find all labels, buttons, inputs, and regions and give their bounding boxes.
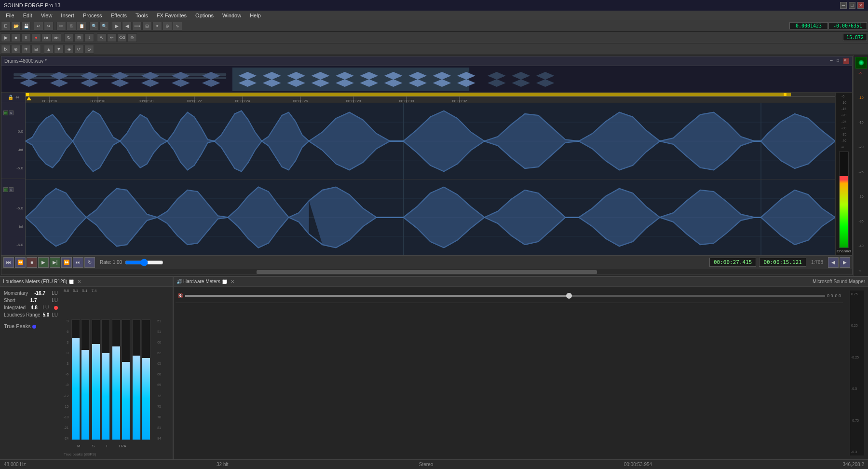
tool5[interactable]: ✦ (152, 22, 162, 30)
loudness-checkbox[interactable] (69, 279, 74, 284)
scroll-left-btn[interactable]: ◀ (828, 257, 839, 268)
misc3[interactable]: ◈ (64, 45, 74, 54)
rewind-btn[interactable]: ⏮ (41, 33, 51, 42)
h-scrollbar-thumb[interactable] (257, 270, 597, 274)
play-btn[interactable]: ▶ (1, 33, 11, 42)
track1-s-btn[interactable]: s (9, 110, 14, 115)
menu-window[interactable]: Window (218, 12, 245, 19)
misc5[interactable]: ⊙ (84, 45, 94, 54)
misc2[interactable]: ▼ (54, 45, 64, 54)
hardware-close-btn[interactable]: ✕ (229, 279, 236, 284)
prev-btn[interactable]: ⏪ (15, 257, 26, 268)
level-label: 0.0 (827, 293, 833, 298)
go-end-btn[interactable]: ⏭ (73, 257, 83, 268)
zoom-display: 1:768 (811, 260, 823, 265)
tool6[interactable]: ⊕ (163, 22, 172, 30)
tool-pencil[interactable]: ✏ (107, 33, 117, 42)
tool-eraser[interactable]: ⌫ (117, 33, 127, 42)
record-btn[interactable]: ● (31, 33, 41, 42)
meter3-right (122, 319, 130, 440)
sample-rate: 48,000 Hz (4, 462, 26, 467)
undo-btn[interactable]: ↩ (34, 22, 43, 30)
ffwd-btn[interactable]: ⏭ (52, 33, 61, 42)
track1-m-btn[interactable]: m (3, 110, 8, 115)
maximize-button[interactable]: □ (849, 2, 855, 9)
h-scrollbar[interactable] (1, 269, 852, 275)
track2-m-btn[interactable]: m (3, 187, 8, 192)
track2-s-btn[interactable]: s (9, 187, 14, 192)
track-win-minimize[interactable]: ─ (830, 58, 836, 64)
tool-magnify[interactable]: ⊕ (127, 33, 137, 42)
hardware-panel-header: 🔊 Hardware Meters ✕ Microsoft Sound Mapp… (174, 277, 868, 287)
track-win-maximize[interactable]: □ (837, 58, 842, 64)
play-sel-btn[interactable]: ▶| (50, 257, 60, 268)
true-peaks-scale: 51 51 60 62 65 66 69 72 75 78 81 84 (156, 319, 161, 440)
track-window-titlebar: Drums-48000.wav * ─ □ ✕ (1, 56, 852, 66)
track2-waveform[interactable] (26, 179, 835, 255)
bit-depth: 32 bit (217, 462, 228, 467)
fx4[interactable]: ⊞ (31, 45, 41, 54)
open-btn[interactable]: 📂 (11, 22, 21, 30)
label-5_1a: 5.1 (73, 289, 78, 293)
expand-icon: ⇔ (15, 95, 19, 100)
peaks-label: True Peaks (4, 323, 31, 329)
track2-db-mid: -inf (3, 224, 23, 229)
overview-strip (1, 66, 852, 93)
fx3[interactable]: ≋ (21, 45, 31, 54)
tool7[interactable]: ∿ (173, 22, 182, 30)
toolbar-row-1: 🗋 📂 💾 ↩ ↪ ✂ ⎘ 📋 🔍 🔍 ▶ ◀ ⟹ ⊞ ✦ ⊕ ∿ 0.0001… (0, 20, 868, 32)
save-btn[interactable]: 💾 (21, 22, 31, 30)
tool4[interactable]: ⊞ (142, 22, 152, 30)
minimize-button[interactable]: ─ (840, 2, 847, 9)
loop-transport-btn[interactable]: ↻ (84, 257, 95, 268)
close-button[interactable]: ✕ (857, 2, 864, 9)
fx1[interactable]: fx (1, 45, 11, 54)
hardware-checkbox[interactable] (222, 279, 227, 284)
rate-slider[interactable] (125, 259, 163, 266)
meter4-left (132, 319, 141, 440)
menu-effects[interactable]: Effects (107, 12, 131, 19)
tool1[interactable]: ▶ (112, 22, 122, 30)
go-start-btn[interactable]: ⏮ (3, 257, 14, 268)
metronome-btn[interactable]: ♩ (84, 33, 94, 42)
pause-btn[interactable]: ⏸ (21, 33, 31, 42)
redo-btn[interactable]: ↪ (44, 22, 54, 30)
hw-slider-thumb[interactable] (566, 293, 572, 299)
menu-options[interactable]: Options (191, 12, 217, 19)
stop-transport-btn[interactable]: ■ (27, 257, 37, 268)
misc1[interactable]: ▲ (44, 45, 54, 54)
zoom-in-btn[interactable]: 🔍 (89, 22, 99, 30)
meter-label-m: M (77, 444, 81, 448)
tool3[interactable]: ⟹ (132, 22, 142, 30)
menu-view[interactable]: View (37, 12, 56, 19)
menu-tools[interactable]: Tools (132, 12, 152, 19)
paste-btn[interactable]: 📋 (77, 22, 86, 30)
copy-btn[interactable]: ⎘ (67, 22, 76, 30)
playhead-marker[interactable] (27, 97, 31, 100)
menu-file[interactable]: File (2, 12, 18, 19)
track1-waveform[interactable] (26, 103, 835, 179)
stop-btn[interactable]: ■ (11, 33, 21, 42)
svg-text:00:00:22: 00:00:22 (187, 99, 202, 103)
snap-btn[interactable]: ⊞ (74, 33, 84, 42)
new-btn[interactable]: 🗋 (1, 22, 11, 30)
zoom-out-btn[interactable]: 🔍 (99, 22, 109, 30)
misc4[interactable]: ⟳ (74, 45, 84, 54)
tool-select[interactable]: ↖ (97, 33, 107, 42)
menu-insert[interactable]: Insert (57, 12, 78, 19)
menu-help[interactable]: Help (246, 12, 265, 19)
play-transport-btn[interactable]: ▶ (38, 257, 49, 268)
tool2[interactable]: ◀ (122, 22, 132, 30)
cut-btn[interactable]: ✂ (56, 22, 66, 30)
track1-labels: m s -6.0 -inf -6.0 (1, 102, 25, 179)
scroll-right-btn[interactable]: ▶ (840, 257, 850, 268)
momentary-value: -16.7 (34, 290, 45, 296)
loudness-close-btn[interactable]: ✕ (76, 279, 82, 284)
menu-fx-favorites[interactable]: FX Favorites (153, 12, 190, 19)
track-win-close[interactable]: ✕ (843, 58, 849, 64)
loop-btn[interactable]: ↻ (64, 33, 74, 42)
menu-process[interactable]: Process (79, 12, 106, 19)
menu-edit[interactable]: Edit (19, 12, 36, 19)
next-btn[interactable]: ⏩ (61, 257, 72, 268)
fx2[interactable]: ⊕ (11, 45, 21, 54)
